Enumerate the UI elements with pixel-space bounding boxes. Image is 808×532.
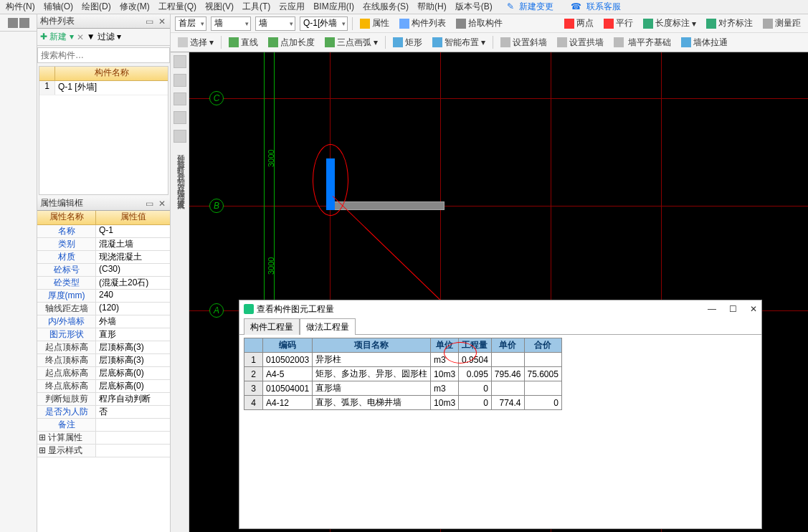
length-dim-button[interactable]: 长度标注 ▾ (640, 16, 699, 31)
maximize-button[interactable]: ☐ (729, 304, 737, 314)
menu-item[interactable]: 云应用 (276, 0, 308, 14)
tab-method-qty[interactable]: 做法工程量 (300, 318, 356, 335)
slope-wall-button[interactable]: 设置斜墙 (498, 35, 550, 50)
vtool-icon[interactable] (174, 111, 186, 124)
menu-item[interactable]: 帮助(H) (414, 0, 450, 14)
prop-row[interactable]: 起点底标高层底标高(0) (37, 367, 170, 380)
axis-label-c: C (209, 91, 224, 105)
two-point-button[interactable]: 两点 (561, 16, 597, 31)
panel-title: 构件列表 (40, 15, 75, 27)
prop-expand-row[interactable]: ⊞ 计算属性 (37, 432, 170, 445)
component-combo[interactable]: Q-1[外墙 (300, 16, 348, 31)
tool-icon[interactable] (19, 18, 29, 28)
rect-button[interactable]: 矩形 (390, 35, 425, 50)
prop-row[interactable]: 名称Q-1 (37, 225, 170, 238)
tab-component-qty[interactable]: 构件工程量 (244, 318, 300, 335)
component-list-header: 构件列表 ▭ ✕ (37, 14, 170, 29)
prop-row[interactable]: 轴线距左墙(120) (37, 303, 170, 315)
align-dim-button[interactable]: 对齐标注 (703, 16, 756, 31)
list-item[interactable]: 1 Q-1 [外墙] (39, 81, 168, 95)
wall-segment[interactable] (333, 201, 445, 210)
vtool-icon[interactable] (174, 74, 186, 87)
prop-row[interactable]: 砼类型(混凝土20石) (37, 277, 170, 290)
vtool-icon[interactable] (174, 130, 186, 143)
left-narrow-toolbar (0, 14, 37, 532)
quantity-table: 编码项目名称单位工程量单价合价 1010502003异形柱m30.95042A4… (244, 338, 562, 410)
panel-controls[interactable]: ▭ ✕ (146, 199, 167, 209)
property-editor: 属性名称 属性值 名称Q-1类别混凝土墙材质现浇混凝土砼标号(C30)砼类型(混… (37, 211, 170, 532)
dialog-title: 查看构件图元工程量 (257, 303, 334, 315)
menu-item[interactable]: 工具(T) (239, 0, 273, 14)
close-button[interactable]: ✕ (750, 304, 757, 314)
center-toolbars: 首层 墙 墙 Q-1[外墙 属性 构件列表 拾取构件 两点 平行 长度标注 ▾ … (171, 14, 808, 52)
prop-row[interactable]: 终点底标高层底标高(0) (37, 380, 170, 393)
line-button[interactable]: 直线 (226, 35, 261, 50)
vtool-icon[interactable] (174, 92, 186, 105)
prop-expand-row[interactable]: ⊞ 显示样式 (37, 445, 170, 457)
floor-combo[interactable]: 首层 (175, 16, 206, 31)
menu-item[interactable]: 在线服务(S) (360, 0, 412, 14)
search-input[interactable] (37, 47, 170, 63)
quantity-dialog: 查看构件图元工程量 — ☐ ✕ 构件工程量 做法工程量 编码项目名称单位工程量单… (239, 300, 762, 529)
arch-wall-button[interactable]: 设置拱墙 (554, 35, 607, 50)
wall-through-button[interactable]: 墙体拉通 (678, 35, 731, 50)
component-toolbar: ✚ 新建 ▾ ✕ ▼ 过滤 ▾ (37, 29, 170, 46)
menu-item[interactable]: 视图(V) (202, 0, 237, 14)
property-editor-header: 属性编辑框 ▭ ✕ (37, 196, 170, 211)
panel-title: 属性编辑框 (40, 197, 83, 209)
parallel-button[interactable]: 平行 (601, 16, 636, 31)
table-row[interactable]: 3010504001直形墙m30 (244, 381, 562, 396)
dialog-titlebar[interactable]: 查看构件图元工程量 — ☐ ✕ (239, 300, 761, 318)
menu-item[interactable]: 修改(M) (117, 0, 153, 14)
list-header-name: 构件名称 (55, 67, 168, 80)
arc3-button[interactable]: 三点画弧 ▾ (322, 35, 381, 50)
new-button[interactable]: ✚ 新建 ▾ (40, 31, 74, 43)
contact-link[interactable]: ☎ 联系客服 (568, 0, 627, 14)
component-list-button[interactable]: 构件列表 (396, 16, 449, 31)
prop-row[interactable]: 备注 (37, 419, 170, 432)
prop-row[interactable]: 厚度(mm)240 (37, 290, 170, 303)
menu-item[interactable]: 构件(N) (3, 0, 38, 14)
table-row[interactable]: 1010502003异形柱m30.9504 (244, 353, 562, 367)
smart-layout-button[interactable]: 智能布置 ▾ (429, 35, 488, 50)
component-list: 构件名称 1 Q-1 [外墙] (39, 66, 168, 195)
pick-component-button[interactable]: 拾取构件 (453, 16, 505, 31)
menu-item[interactable]: 版本号(B) (452, 0, 495, 14)
vtool-icon[interactable] (174, 55, 186, 68)
axis-label-a: A (209, 303, 224, 318)
category-combo[interactable]: 墙 (211, 16, 251, 31)
prop-row[interactable]: 是否为人防否 (37, 406, 170, 419)
tool-icon[interactable] (8, 18, 18, 28)
measure-button[interactable]: 测量距 (760, 16, 804, 31)
point-length-button[interactable]: 点加长度 (265, 35, 318, 50)
table-row[interactable]: 4A4-12直形、弧形、电梯井墙10m30774.40 (244, 396, 562, 410)
prop-row[interactable]: 类别混凝土墙 (37, 238, 170, 251)
dim-label: 3000 (267, 150, 275, 167)
prop-row[interactable]: 终点顶标高层顶标高(3) (37, 354, 170, 367)
new-change-link[interactable]: ✎ 新建变更 (504, 0, 559, 14)
menubar: 构件(N) 辅轴(O) 绘图(D) 修改(M) 工程量(Q) 视图(V) 工具(… (0, 0, 808, 14)
wall-to-base-button[interactable]: 墙平齐基础 (611, 35, 674, 50)
select-button[interactable]: 选择 ▾ (175, 35, 217, 50)
menu-item[interactable]: 工程量(Q) (156, 0, 199, 14)
minimize-button[interactable]: — (708, 304, 716, 314)
filter-button[interactable]: ▼ 过滤 ▾ (87, 31, 122, 43)
prop-row[interactable]: 砼标号(C30) (37, 264, 170, 277)
panel-controls[interactable]: ▭ ✕ (146, 16, 167, 27)
menu-item[interactable]: 绘图(D) (79, 0, 114, 14)
property-button[interactable]: 属性 (357, 16, 392, 31)
vertical-toolbar: 延伸 修剪 打断 合并 分割 对齐 偏移 拉伸 设置夹点 (171, 52, 189, 532)
table-row[interactable]: 2A4-5矩形、多边形、异形、圆形柱10m30.095795.4675.6005 (244, 367, 562, 381)
prop-row[interactable]: 材质现浇混凝土 (37, 251, 170, 264)
menu-item[interactable]: BIM应用(I) (310, 0, 357, 14)
annotation-ellipse (444, 342, 477, 364)
dialog-tabs: 构件工程量 做法工程量 (239, 318, 761, 335)
prop-row[interactable]: 图元形状直形 (37, 328, 170, 341)
prop-row[interactable]: 判断短肢剪程序自动判断 (37, 393, 170, 406)
axis-label-b: B (209, 199, 224, 213)
prop-row[interactable]: 起点顶标高层顶标高(3) (37, 341, 170, 354)
prop-row[interactable]: 内/外墙标外墙 (37, 315, 170, 328)
app-icon (244, 304, 254, 314)
subcat-combo[interactable]: 墙 (255, 16, 295, 31)
menu-item[interactable]: 辅轴(O) (41, 0, 76, 14)
